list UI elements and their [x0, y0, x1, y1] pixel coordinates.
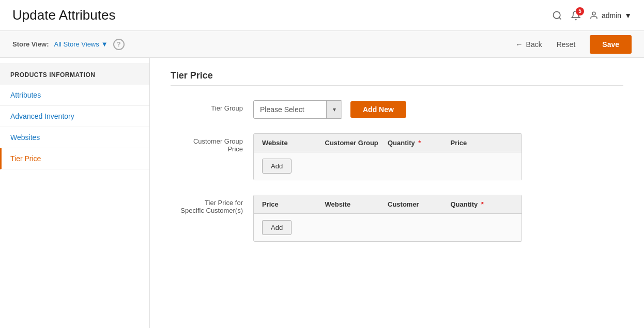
- store-view-label: Store View:: [12, 40, 49, 48]
- customer-group-table-body: Add: [254, 152, 522, 180]
- tier-group-select[interactable]: Please Select: [254, 101, 326, 118]
- tier-price-specific-header: Price Website Customer Quantity *: [254, 195, 522, 214]
- top-nav-icons: 5 admin ▼: [552, 10, 632, 21]
- tier-price-specific-field: Price Website Customer Quantity * Add: [253, 195, 623, 242]
- page-title: Update Attributes: [12, 7, 115, 23]
- add-new-button[interactable]: Add New: [350, 101, 406, 118]
- quantity-required-star: *: [417, 139, 421, 147]
- sidebar-item-websites[interactable]: Websites: [0, 127, 149, 148]
- tier-price-specific-row: Tier Price for Specific Customer(s) Pric…: [171, 195, 623, 242]
- back-label: Back: [526, 40, 542, 49]
- back-button[interactable]: ← Back: [516, 40, 542, 49]
- quantity-specific-required-star: *: [479, 200, 484, 208]
- tier-group-field: Please Select ▾ Add New: [253, 100, 623, 119]
- help-icon[interactable]: ?: [113, 39, 125, 50]
- store-bar-left: Store View: All Store Views ▼ ?: [12, 39, 125, 50]
- col-quantity-specific: Quantity *: [451, 200, 514, 208]
- tier-group-select-wrapper[interactable]: Please Select ▾: [253, 100, 342, 119]
- col-customer-specific: Customer: [388, 200, 451, 208]
- customer-group-table-header: Website Customer Group Quantity * Price: [254, 134, 522, 152]
- customer-group-add-button[interactable]: Add: [262, 159, 292, 174]
- store-bar: Store View: All Store Views ▼ ? ← Back R…: [0, 31, 644, 58]
- admin-user-menu[interactable]: admin ▼: [589, 11, 632, 20]
- reset-button[interactable]: Reset: [548, 36, 584, 53]
- tier-price-specific-table: Price Website Customer Quantity * Add: [253, 195, 522, 242]
- customer-group-price-row: Customer Group Price Website Customer Gr…: [171, 133, 623, 180]
- notification-badge: 5: [576, 7, 584, 15]
- main-layout: PRODUCTS INFORMATION Attributes Advanced…: [0, 58, 644, 328]
- svg-point-2: [592, 12, 595, 15]
- notification-button[interactable]: 5: [571, 10, 581, 21]
- store-view-arrow: ▼: [101, 40, 108, 48]
- col-website-specific: Website: [325, 200, 388, 208]
- tier-price-specific-table-body: Add: [254, 214, 522, 241]
- sidebar-item-tier-price[interactable]: Tier Price: [0, 148, 149, 169]
- col-price: Price: [451, 139, 514, 147]
- sidebar-item-attributes[interactable]: Attributes: [0, 85, 149, 106]
- content-section-title: Tier Price: [171, 70, 623, 81]
- customer-group-price-label: Customer Group Price: [171, 133, 253, 153]
- svg-line-1: [559, 17, 561, 19]
- tier-price-specific-add-button[interactable]: Add: [262, 220, 292, 235]
- sidebar-item-advanced-inventory[interactable]: Advanced Inventory: [0, 106, 149, 127]
- select-arrow-icon: ▾: [326, 101, 342, 118]
- tier-group-row: Tier Group Please Select ▾ Add New: [171, 100, 623, 119]
- col-customer-group: Customer Group: [325, 139, 388, 147]
- col-quantity: Quantity *: [388, 139, 451, 147]
- content-area: Tier Price Tier Group Please Select ▾ Ad…: [150, 58, 644, 328]
- tier-price-specific-label: Tier Price for Specific Customer(s): [171, 195, 253, 214]
- customer-group-price-table: Website Customer Group Quantity * Price …: [253, 133, 522, 180]
- sidebar: PRODUCTS INFORMATION Attributes Advanced…: [0, 58, 150, 328]
- admin-dropdown-arrow: ▼: [624, 11, 632, 20]
- store-bar-right: ← Back Reset Save: [516, 35, 632, 54]
- customer-group-price-field: Website Customer Group Quantity * Price …: [253, 133, 623, 180]
- search-button[interactable]: [552, 10, 562, 21]
- admin-label: admin: [602, 11, 621, 20]
- top-header: Update Attributes 5 admin ▼: [0, 0, 644, 31]
- tier-group-label: Tier Group: [171, 100, 253, 112]
- back-arrow-icon: ←: [516, 40, 523, 49]
- store-view-value: All Store Views: [54, 40, 99, 48]
- save-button[interactable]: Save: [590, 35, 632, 54]
- section-divider: [171, 85, 623, 86]
- col-price-specific: Price: [262, 200, 325, 208]
- sidebar-section-title: PRODUCTS INFORMATION: [0, 63, 149, 85]
- svg-point-0: [554, 11, 560, 18]
- col-website: Website: [262, 139, 325, 147]
- store-view-selector[interactable]: All Store Views ▼: [54, 40, 108, 48]
